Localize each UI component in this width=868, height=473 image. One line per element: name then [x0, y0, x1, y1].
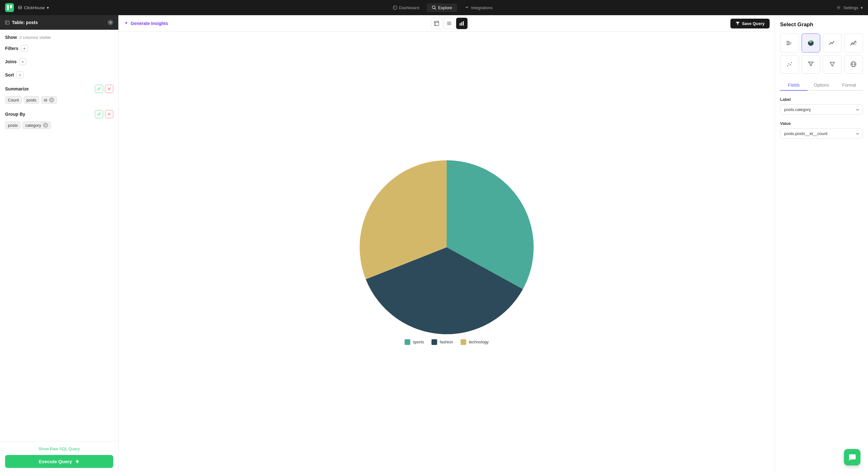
show-raw-sql-link[interactable]: Show Raw SQL Query — [5, 446, 113, 451]
tag-category-close[interactable]: ✕ — [43, 123, 48, 128]
nav-explore[interactable]: Explore — [427, 3, 457, 12]
legend-sports-dot — [405, 339, 410, 345]
nav-dashboard[interactable]: Dashboard — [388, 3, 425, 12]
sidebar-body: Show 2 columns visible Filters + Joins + — [0, 30, 118, 441]
graph-scatter-button[interactable] — [780, 55, 799, 74]
view-buttons — [431, 18, 468, 29]
svg-rect-8 — [434, 21, 439, 26]
legend-fashion: fashion — [431, 339, 453, 345]
integrations-icon — [465, 5, 469, 10]
tab-format[interactable]: Format — [835, 80, 863, 91]
explore-icon — [432, 5, 436, 10]
graph-bar-list-button[interactable] — [780, 33, 799, 53]
groupby-edit-button[interactable] — [95, 110, 103, 118]
groupby-label: Group By — [5, 112, 25, 117]
tag-posts-gb: posts — [5, 121, 21, 129]
db-selector[interactable]: ClickHouse ▾ — [18, 5, 49, 10]
tag-id-close[interactable]: ✕ — [49, 97, 54, 102]
db-icon — [18, 5, 22, 10]
summarize-delete-button[interactable] — [105, 85, 113, 93]
bolt-icon — [75, 459, 80, 464]
filter-icon — [736, 21, 740, 26]
table-view-icon — [434, 21, 439, 26]
globe-icon — [850, 61, 857, 68]
pie-icon — [807, 39, 814, 46]
list-view-button[interactable] — [443, 18, 455, 29]
generate-insights-button[interactable]: Generate Insights — [124, 21, 168, 26]
table-icon — [5, 20, 9, 25]
chart-area: sports fashion technology — [119, 32, 775, 473]
execute-query-button[interactable]: Execute Query — [5, 455, 113, 468]
chart-view-button[interactable] — [456, 18, 468, 29]
groupby-delete-button[interactable] — [105, 110, 113, 118]
legend-fashion-dot — [431, 339, 437, 345]
table-title: Table: posts — [5, 20, 38, 25]
settings-menu[interactable]: Settings ▾ — [836, 5, 863, 10]
panel-tabs: Fields Options Format — [780, 80, 863, 91]
scatter-icon — [786, 61, 793, 68]
right-panel: Select Graph — [775, 15, 868, 473]
pie-chart — [360, 160, 534, 334]
svg-rect-10 — [461, 22, 462, 26]
filters-section: Filters + — [5, 45, 113, 52]
list-view-icon — [447, 21, 452, 26]
graph-funnel-button[interactable] — [823, 55, 842, 74]
graph-funnel-area-button[interactable] — [802, 55, 820, 74]
joins-label: Joins — [5, 59, 17, 64]
edit-icon — [97, 87, 101, 91]
funnel-area-icon — [807, 61, 814, 68]
chart-legend: sports fashion technology — [405, 339, 489, 345]
svg-point-6 — [838, 7, 839, 8]
summarize-tags: Count posts id ✕ — [5, 96, 113, 104]
summarize-section: Summarize Count posts id — [5, 85, 113, 104]
label-field-select[interactable]: posts.category — [780, 104, 863, 115]
svg-point-2 — [18, 6, 22, 7]
svg-point-12 — [787, 65, 788, 66]
graph-globe-button[interactable] — [844, 55, 863, 74]
svg-rect-1 — [10, 5, 12, 8]
chat-button[interactable] — [844, 449, 860, 465]
tab-fields[interactable]: Fields — [780, 80, 808, 91]
svg-rect-0 — [7, 5, 9, 10]
graph-line-button[interactable] — [823, 33, 842, 53]
groupby-section: Group By posts category ✕ — [5, 110, 113, 129]
table-view-button[interactable] — [431, 18, 442, 29]
db-chevron: ▾ — [47, 5, 49, 10]
legend-technology: technology — [461, 339, 489, 345]
graph-pie-button[interactable] — [802, 33, 820, 53]
content-toolbar: Generate Insights Save Query — [119, 15, 775, 32]
delete-icon-gb — [107, 112, 111, 116]
close-table-button[interactable]: ✕ — [107, 20, 113, 25]
value-field-select[interactable]: posts.posts__id__count — [780, 128, 863, 139]
graph-area-button[interactable] — [844, 33, 863, 53]
filters-add-button[interactable]: + — [21, 45, 28, 52]
sort-add-button[interactable]: + — [17, 71, 23, 78]
svg-point-4 — [432, 6, 435, 9]
sidebar-header: Table: posts ✕ — [0, 15, 118, 30]
summarize-edit-button[interactable] — [95, 85, 103, 93]
svg-point-15 — [791, 62, 792, 63]
db-name: ClickHouse — [24, 5, 45, 10]
svg-point-14 — [790, 64, 791, 65]
filters-label: Filters — [5, 46, 18, 51]
label-field-label: Label — [780, 97, 863, 102]
bar-list-icon — [786, 39, 793, 46]
svg-rect-11 — [463, 21, 464, 26]
main-layout: Table: posts ✕ Show 2 columns visible Fi… — [0, 15, 868, 473]
tag-id: id ✕ — [41, 96, 57, 104]
save-query-button[interactable]: Save Query — [731, 19, 770, 28]
show-section: Show 2 columns visible — [5, 35, 113, 40]
sort-section: Sort + — [5, 71, 113, 78]
sidebar: Table: posts ✕ Show 2 columns visible Fi… — [0, 15, 119, 473]
joins-section: Joins + — [5, 58, 113, 65]
joins-add-button[interactable]: + — [19, 58, 26, 65]
nav-integrations[interactable]: Integrations — [460, 3, 498, 12]
tab-options[interactable]: Options — [808, 80, 835, 91]
area-icon — [850, 39, 857, 46]
summarize-label: Summarize — [5, 86, 29, 91]
dashboard-icon — [393, 5, 397, 10]
groupby-tags: posts category ✕ — [5, 121, 113, 129]
svg-point-13 — [788, 64, 789, 64]
funnel-icon — [829, 61, 836, 68]
value-field-label: Value — [780, 121, 863, 126]
